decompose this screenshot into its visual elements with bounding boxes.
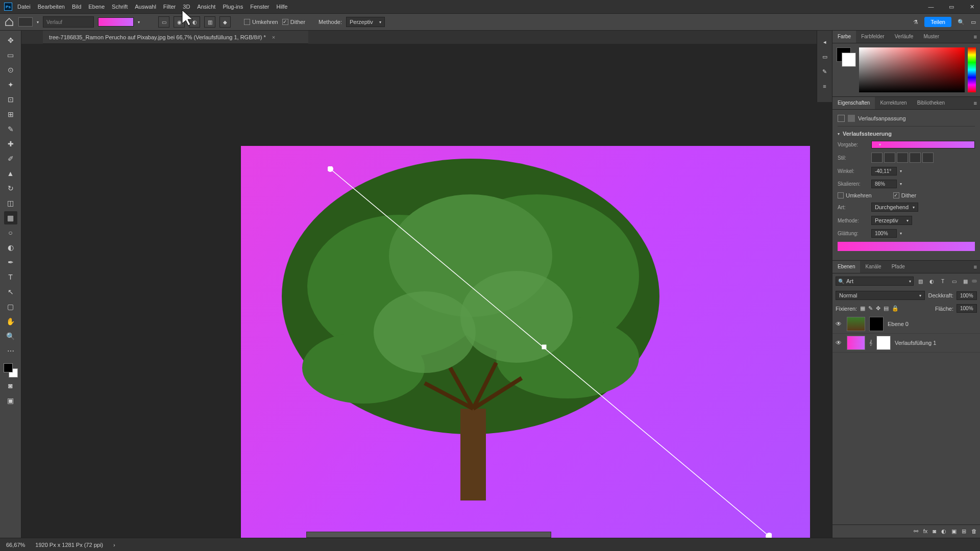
maximize-button[interactable]: ▭ — [947, 4, 955, 10]
doc-info[interactable]: 1920 Px x 1281 Px (72 ppi) — [35, 542, 103, 548]
path-tool[interactable]: ↖ — [4, 285, 17, 298]
method-select[interactable]: Perzeptiv — [346, 17, 385, 27]
panel-icon-2[interactable]: ✎ — [822, 68, 827, 75]
lasso-tool[interactable]: ⊙ — [4, 63, 17, 77]
gradient-radial-button[interactable]: ◉ — [174, 16, 185, 28]
gradient-name-input[interactable]: Verlauf — [43, 16, 94, 28]
style-reflected[interactable] — [910, 153, 921, 163]
delete-layer-icon[interactable]: 🗑 — [971, 528, 977, 535]
layer-row[interactable]: 👁 Ebene 0 — [832, 315, 980, 334]
menu-fenster[interactable]: Fenster — [250, 4, 269, 10]
crop-tool[interactable]: ⊡ — [4, 93, 17, 106]
zoom-tool[interactable]: 🔍 — [4, 330, 17, 343]
gradient-reflected-button[interactable]: ▥ — [204, 16, 215, 28]
hue-slider[interactable] — [968, 47, 976, 92]
layer-filter-select[interactable]: 🔍 Art ▾ — [836, 277, 914, 286]
close-tab-icon[interactable]: × — [272, 34, 275, 40]
share-button[interactable]: Teilen — [924, 17, 951, 27]
panel-menu-icon[interactable]: ≡ — [971, 97, 980, 109]
new-layer-icon[interactable]: ⊞ — [962, 528, 966, 535]
layer-mask[interactable] — [869, 317, 884, 331]
menu-auswahl[interactable]: Auswahl — [135, 4, 156, 10]
gradient-diamond-button[interactable]: ◆ — [219, 16, 231, 28]
smooth-input[interactable]: 100% — [871, 229, 897, 238]
preset-select[interactable] — [871, 141, 975, 148]
filter-toggle[interactable] — [972, 280, 977, 283]
gradient-linear-button[interactable]: ▭ — [158, 16, 169, 28]
lock-paint-icon[interactable]: ✎ — [868, 305, 873, 312]
filter-type-icon[interactable]: T — [938, 277, 947, 286]
lock-pos-icon[interactable]: ✥ — [876, 305, 880, 312]
visibility-icon[interactable]: 👁 — [836, 320, 843, 328]
home-icon[interactable] — [4, 17, 14, 27]
zoom-level[interactable]: 66,67% — [6, 542, 25, 548]
prop-reverse-checkbox[interactable]: Umkehren — [838, 192, 872, 198]
style-angle[interactable] — [897, 153, 908, 163]
menu-3d[interactable]: 3D — [183, 4, 190, 10]
layer-mask-icon[interactable]: ◙ — [933, 528, 936, 535]
stamp-tool[interactable]: ▲ — [4, 167, 17, 180]
history-brush-tool[interactable]: ↻ — [4, 182, 17, 195]
eyedropper-tool[interactable]: ✎ — [4, 122, 17, 136]
layer-fx-icon[interactable]: fx — [923, 528, 928, 535]
link-layers-icon[interactable]: ⚯ — [914, 528, 918, 535]
group-icon[interactable]: ▣ — [951, 528, 957, 535]
menu-ansicht[interactable]: Ansicht — [197, 4, 215, 10]
type-tool[interactable]: T — [4, 270, 17, 284]
menu-schrift[interactable]: Schrift — [112, 4, 128, 10]
blur-tool[interactable]: ○ — [4, 226, 17, 239]
quickmask-tool[interactable]: ◙ — [4, 379, 17, 392]
color-picker[interactable] — [859, 47, 965, 92]
angle-input[interactable]: -40,11° — [871, 167, 897, 176]
adjustment-layer-icon[interactable]: ◐ — [941, 528, 946, 535]
healing-tool[interactable]: ✚ — [4, 137, 17, 151]
panel-menu-icon[interactable]: ≡ — [971, 31, 980, 43]
menu-filter[interactable]: Filter — [163, 4, 176, 10]
style-linear[interactable] — [871, 153, 883, 163]
minimize-button[interactable]: — — [927, 4, 935, 10]
panel-menu-icon[interactable]: ≡ — [971, 261, 980, 273]
layer-name[interactable]: Verlaufsfüllung 1 — [895, 340, 936, 346]
visibility-icon[interactable]: 👁 — [836, 339, 843, 346]
prop-dither-checkbox[interactable]: Dither — [893, 192, 916, 198]
layer-mask[interactable] — [876, 336, 891, 350]
panel-icon-1[interactable]: ▭ — [822, 54, 827, 60]
workspace-icon[interactable]: ▭ — [971, 19, 976, 26]
dither-checkbox[interactable]: Dither — [282, 19, 305, 25]
color-swatches[interactable] — [4, 363, 18, 378]
canvas[interactable] — [241, 146, 810, 538]
menu-ebene[interactable]: Ebene — [88, 4, 105, 10]
tab-bibliotheken[interactable]: Bibliotheken — [912, 97, 950, 109]
tab-eigenschaften[interactable]: Eigenschaften — [832, 97, 875, 109]
edit-toolbar[interactable]: ⋯ — [4, 344, 17, 358]
hand-tool[interactable]: ✋ — [4, 315, 17, 328]
tab-kanale[interactable]: Kanäle — [860, 261, 886, 273]
tool-preset-picker[interactable] — [18, 17, 33, 27]
doc-info-arrow[interactable]: › — [113, 542, 115, 548]
tab-pfade[interactable]: Pfade — [887, 261, 910, 273]
tab-korrekturen[interactable]: Korrekturen — [875, 97, 912, 109]
fill-input[interactable]: 100% — [957, 304, 977, 313]
canvas-area[interactable] — [21, 44, 832, 538]
dodge-tool[interactable]: ◐ — [4, 241, 17, 254]
frame-tool[interactable]: ⊞ — [4, 108, 17, 121]
shape-tool[interactable]: ▢ — [4, 300, 17, 313]
search-icon[interactable]: 🔍 — [958, 19, 965, 26]
menu-hilfe[interactable]: Hilfe — [276, 4, 287, 10]
marquee-tool[interactable]: ▭ — [4, 48, 17, 62]
horizontal-scrollbar[interactable] — [306, 532, 551, 538]
close-button[interactable]: ✕ — [968, 4, 976, 10]
tab-verlaufe[interactable]: Verläufe — [890, 31, 919, 43]
tab-farbe[interactable]: Farbe — [832, 31, 856, 43]
pen-tool[interactable]: ✒ — [4, 256, 17, 269]
menu-plugins[interactable]: Plug-ins — [223, 4, 243, 10]
brush-tool[interactable]: ✐ — [4, 152, 17, 165]
layer-name[interactable]: Ebene 0 — [888, 321, 909, 327]
filter-shape-icon[interactable]: ▭ — [949, 277, 959, 286]
method-select[interactable]: Perzeptiv — [871, 216, 912, 225]
screenmode-tool[interactable]: ▣ — [4, 394, 17, 407]
reverse-checkbox[interactable]: Umkehren — [244, 19, 278, 25]
tab-ebenen[interactable]: Ebenen — [832, 261, 860, 273]
menu-datei[interactable]: Datei — [17, 4, 31, 10]
filter-adjust-icon[interactable]: ◐ — [927, 277, 936, 286]
